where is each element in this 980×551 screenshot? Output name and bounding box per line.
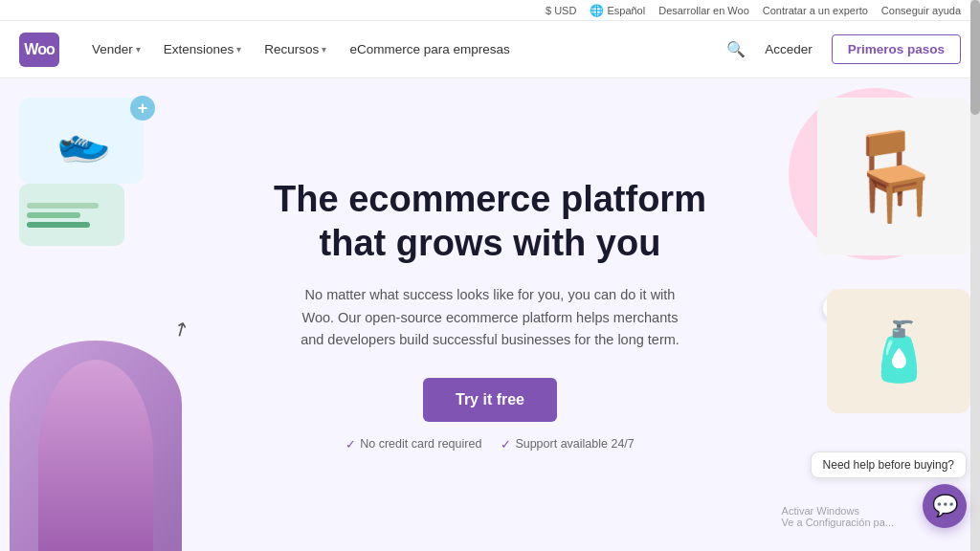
chevron-down-icon: ▾ <box>236 44 241 55</box>
flag-icon: 🌐 <box>590 4 604 17</box>
currency-selector[interactable]: $ USD <box>546 5 576 16</box>
main-nav: Woo Vender ▾ Extensiones ▾ Recursos ▾ eC… <box>0 21 980 78</box>
cream-card: 🧴 <box>827 289 970 413</box>
nav-item-recursos[interactable]: Recursos ▾ <box>255 34 336 64</box>
hero-trust: ✓ No credit card required ✓ Support avai… <box>345 437 635 452</box>
try-it-free-button[interactable]: Try it free <box>423 378 557 422</box>
cream-image: 🧴 <box>863 318 935 386</box>
language-selector[interactable]: 🌐 Español <box>590 4 645 17</box>
analytics-bar-1 <box>27 203 99 209</box>
logo-box: Woo <box>19 33 59 67</box>
woman-figure <box>38 360 153 551</box>
chat-bubble: Need help before buying? 💬 <box>811 452 967 528</box>
chevron-down-icon: ▾ <box>322 44 326 55</box>
hero-subtitle: No matter what success looks like for yo… <box>289 284 691 351</box>
chat-tooltip: Need help before buying? <box>811 452 967 478</box>
woman-image <box>10 341 182 551</box>
chat-button[interactable]: 💬 <box>923 484 967 528</box>
trust-support: ✓ Support available 24/7 <box>501 437 634 452</box>
arrow-icon: ↗ <box>167 315 193 342</box>
nav-item-vender[interactable]: Vender ▾ <box>82 34 150 64</box>
sneaker-card: 👟 <box>19 98 144 184</box>
nav-item-ecommerce[interactable]: eCommerce para empresas <box>340 34 519 64</box>
nav-item-extensiones[interactable]: Extensiones ▾ <box>154 34 252 64</box>
help-link[interactable]: Conseguir ayuda <box>881 5 961 16</box>
primeros-pasos-button[interactable]: Primeros pasos <box>832 34 961 64</box>
logo-text: Woo <box>24 41 54 58</box>
checkmark-icon: ✓ <box>501 437 511 452</box>
chat-icon: 💬 <box>932 494 958 518</box>
checkmark-icon: ✓ <box>345 437 356 452</box>
logo[interactable]: Woo <box>19 33 59 67</box>
utility-bar: $ USD 🌐 Español Desarrollar en Woo Contr… <box>0 0 980 21</box>
nav-links: Vender ▾ Extensiones ▾ Recursos ▾ eComme… <box>82 34 726 64</box>
hero-content: The ecommerce platform that grows with y… <box>260 178 720 452</box>
analytics-bar-2 <box>27 212 80 218</box>
sneaker-image: 👟 <box>50 110 114 171</box>
hero-title: The ecommerce platform that grows with y… <box>260 178 720 265</box>
chair-image: 🪑 <box>840 126 947 227</box>
left-decorations: 👟 + ↗ <box>0 78 220 551</box>
scrollbar-thumb[interactable] <box>970 0 980 115</box>
chevron-down-icon: ▾ <box>136 44 141 55</box>
analytics-bar-3 <box>27 222 90 228</box>
trust-no-credit-card: ✓ No credit card required <box>345 437 481 452</box>
develop-link[interactable]: Desarrollar en Woo <box>658 5 749 16</box>
acceder-button[interactable]: Acceder <box>757 38 820 60</box>
search-icon[interactable]: 🔍 <box>726 40 746 58</box>
chair-card: 🪑 <box>817 98 970 255</box>
hire-link[interactable]: Contratar a un experto <box>763 5 868 16</box>
plus-badge: + <box>130 96 155 121</box>
analytics-card <box>19 184 124 246</box>
scrollbar[interactable] <box>970 0 980 551</box>
nav-actions: 🔍 Acceder Primeros pasos <box>726 34 961 64</box>
